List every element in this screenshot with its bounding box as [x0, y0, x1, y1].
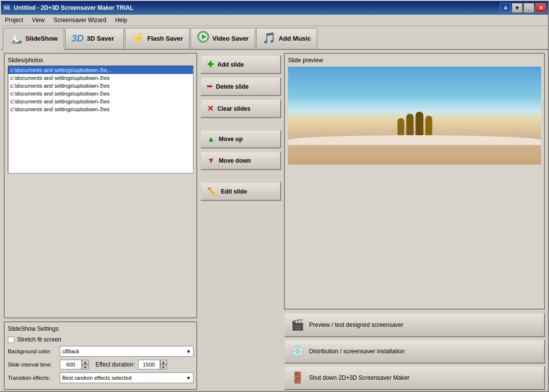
transition-row: Transition effects: Best random effects … — [8, 372, 193, 383]
transition-dropdown[interactable]: Best random effects selected ▼ — [60, 372, 193, 383]
delete-slide-label: Delete slide — [216, 83, 249, 90]
music-icon: 🎵 — [263, 32, 276, 45]
interval-row: Slide interval time: ▲ ▼ Effect duration… — [8, 360, 193, 369]
edit-icon: ✏️ — [207, 187, 217, 196]
move-down-label: Move down — [219, 157, 251, 164]
transition-arrow: ▼ — [186, 375, 191, 381]
slides-list[interactable]: c:\documents and settings\uptodown-3\e..… — [8, 66, 193, 173]
slide-item[interactable]: c:\documents and settings\uptodown-3\es — [8, 82, 193, 90]
title-bar-left: SS Untitled - 2D+3D Screensaver Maker TR… — [3, 4, 133, 12]
interval-down[interactable]: ▼ — [82, 365, 89, 369]
tab-bar: 🏔️ SlideShow 3D 3D Saver ⚡ Flash Saver — [1, 26, 548, 50]
title-bar-buttons: 4 ▼ _ ✕ — [500, 3, 546, 13]
settings-panel: SlideShow Settings Stretch fit screen Ba… — [4, 321, 197, 390]
spacer2 — [200, 173, 281, 179]
menu-bar: Project View Screensaver Wizard Help — [1, 15, 548, 26]
tab-slideshow-label: SlideShow — [25, 35, 58, 42]
tab-addmusic-label: Add Music — [279, 35, 311, 42]
add-icon: ✚ — [207, 60, 214, 69]
move-down-button[interactable]: ▼ Move down — [200, 151, 281, 170]
slide-item[interactable]: c:\documents and settings\uptodown-3\es — [8, 90, 193, 98]
delete-icon: ━ — [207, 82, 212, 91]
preview-title: Slide preview — [288, 57, 541, 64]
preview-btn-icon: 🎬 — [291, 318, 304, 331]
move-up-button[interactable]: ▲ Move up — [200, 130, 281, 148]
bgcolor-value: clBlack — [62, 348, 79, 354]
menu-project[interactable]: Project — [3, 16, 25, 24]
figure4 — [425, 116, 432, 135]
bgcolor-dropdown[interactable]: clBlack ▼ — [60, 346, 193, 357]
slide-item[interactable]: c:\documents and settings\uptodown-3\e..… — [8, 66, 193, 74]
slides-panel-title: Slides/photos — [8, 57, 193, 64]
slideshow-icon: 🏔️ — [9, 32, 23, 45]
wave — [288, 135, 541, 145]
3d-icon: 3D — [72, 33, 84, 44]
close-button[interactable]: ✕ — [535, 3, 546, 13]
edit-slide-button[interactable]: ✏️ Edit slide — [200, 182, 281, 201]
minimize-button[interactable]: _ — [524, 3, 534, 13]
slide-item[interactable]: c:\documents and settings\uptodown-3\es — [8, 98, 193, 105]
spacer1 — [200, 121, 281, 127]
figure2 — [406, 114, 413, 135]
clear-slides-label: Clear slides — [217, 105, 250, 112]
tab-flashsaver[interactable]: ⚡ Flash Saver — [125, 28, 190, 49]
interval-spin-buttons: ▲ ▼ — [82, 360, 89, 369]
shutdown-button[interactable]: 🚪 Shut down 2D+3D Screensaver Maker — [284, 366, 545, 390]
figure3 — [415, 112, 423, 135]
tab-slideshow[interactable]: 🏔️ SlideShow — [3, 28, 64, 50]
window-title: Untitled - 2D+3D Screensaver Maker TRIAL — [14, 4, 133, 11]
interval-label: Slide interval time: — [8, 362, 57, 368]
bgcolor-label: Background color: — [8, 348, 57, 354]
taskbar-button[interactable]: 4 — [500, 3, 511, 13]
effect-input[interactable] — [138, 360, 160, 369]
scroll-down-button[interactable]: ▼ — [512, 3, 523, 13]
bgcolor-row: Background color: clBlack ▼ — [8, 346, 193, 357]
title-bar: SS Untitled - 2D+3D Screensaver Maker TR… — [1, 1, 548, 15]
transition-label: Transition effects: — [8, 375, 57, 381]
shutdown-label: Shut down 2D+3D Screensaver Maker — [309, 374, 409, 381]
middle-column: ✚ Add slide ━ Delete slide ✕ Clear slide… — [200, 53, 281, 390]
beach-figures — [397, 112, 432, 135]
add-slide-button[interactable]: ✚ Add slide — [200, 55, 281, 74]
effect-duration-label: Effect duration: — [95, 361, 135, 368]
tab-videosaver[interactable]: Video Saver — [191, 28, 255, 49]
add-slide-label: Add slide — [217, 61, 244, 68]
preview-panel: Slide preview — [284, 53, 545, 310]
distribution-label: Distribution / screensaver installation — [309, 348, 405, 355]
clear-slides-button[interactable]: ✕ Clear slides — [200, 99, 281, 118]
menu-help[interactable]: Help — [113, 16, 129, 24]
video-icon — [197, 30, 210, 46]
left-column: Slides/photos c:\documents and settings\… — [4, 53, 197, 390]
edit-slide-label: Edit slide — [221, 188, 247, 195]
tab-addmusic[interactable]: 🎵 Add Music — [256, 28, 317, 49]
slides-panel: Slides/photos c:\documents and settings\… — [4, 53, 197, 318]
delete-slide-button[interactable]: ━ Delete slide — [200, 77, 281, 96]
interval-up[interactable]: ▲ — [82, 360, 89, 365]
move-down-icon: ▼ — [207, 156, 215, 165]
menu-wizard[interactable]: Screensaver Wizard — [51, 16, 108, 24]
clear-icon: ✕ — [207, 104, 214, 113]
app-window: SS Untitled - 2D+3D Screensaver Maker TR… — [0, 0, 549, 392]
flash-icon: ⚡ — [131, 32, 144, 45]
effect-down[interactable]: ▼ — [160, 365, 167, 369]
slide-item[interactable]: c:\documents and settings\uptodown-3\es — [8, 105, 193, 113]
slide-item[interactable]: c:\documents and settings\uptodown-3\es — [8, 74, 193, 82]
distribution-button[interactable]: 💿 Distribution / screensaver installatio… — [284, 339, 545, 364]
content-area: Project View Screensaver Wizard Help 🏔️ … — [1, 15, 548, 392]
stretch-checkbox[interactable] — [8, 337, 14, 343]
tab-flashsaver-label: Flash Saver — [147, 35, 183, 42]
menu-view[interactable]: View — [30, 16, 47, 24]
preview-screensaver-button[interactable]: 🎬 Preview / test designed screensaver — [284, 313, 545, 337]
effect-spin-buttons: ▲ ▼ — [160, 360, 167, 369]
stretch-label: Stretch fit screen — [17, 336, 61, 343]
tab-3dsaver[interactable]: 3D 3D Saver — [65, 28, 124, 49]
preview-action-label: Preview / test designed screensaver — [309, 321, 404, 328]
distribution-icon: 💿 — [291, 345, 304, 358]
tab-videosaver-label: Video Saver — [213, 35, 249, 42]
beach-scene — [288, 67, 541, 165]
tab-3dsaver-label: 3D Saver — [87, 35, 114, 42]
interval-input[interactable] — [60, 360, 82, 369]
effect-up[interactable]: ▲ — [160, 360, 167, 365]
app-icon: SS — [3, 4, 11, 12]
bottom-actions: 🎬 Preview / test designed screensaver 💿 … — [284, 313, 545, 390]
